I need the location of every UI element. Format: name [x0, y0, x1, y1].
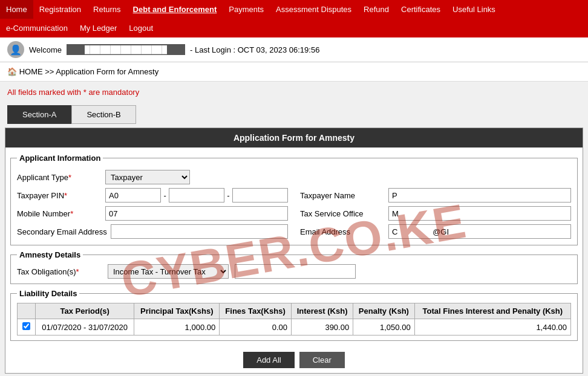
applicant-type-select[interactable]: Taxpayer Tax Agent Other	[105, 170, 190, 184]
col-total: Total Fines Interest and Penalty (Ksh)	[414, 303, 570, 319]
row-fines: 0.00	[220, 319, 292, 335]
applicant-section-label: Applicant Information	[17, 154, 103, 163]
action-buttons: Add All Clear	[5, 346, 583, 373]
nav-ecommunication[interactable]: e-Communication	[0, 19, 74, 37]
col-penalty: Penalty (Ksh)	[353, 303, 414, 319]
avatar: 👤	[7, 41, 24, 58]
main-content: CYBER.CO.KE Application Form for Amnesty…	[5, 128, 583, 374]
row-checkbox[interactable]	[22, 322, 30, 330]
welcome-label: Welcome	[29, 45, 62, 54]
tax-obligation-label: Tax Obligation(s)*	[17, 267, 102, 276]
breadcrumb: 🏠 HOME >> Application Form for Amnesty	[0, 62, 588, 82]
nav-refund[interactable]: Refund	[358, 0, 395, 19]
welcome-bar: 👤 Welcome ████████████████ - Last Login …	[0, 37, 588, 62]
pin-suffix-input[interactable]	[232, 188, 288, 203]
taxpayer-name-label: Taxpayer Name	[300, 191, 385, 200]
last-login: - Last Login : OCT 03, 2023 06:19:56	[190, 45, 319, 54]
row-checkbox-cell	[18, 319, 36, 335]
taxpayer-name-input[interactable]	[388, 188, 571, 203]
tax-service-office-input[interactable]	[388, 206, 571, 221]
col-check	[18, 303, 36, 319]
secondary-email-row: Secondary Email Address	[17, 224, 288, 239]
row-principal: 1,000.00	[134, 319, 220, 335]
mobile-number-label: Mobile Number*	[17, 209, 102, 218]
liability-table: Tax Period(s) Principal Tax(Kshs) Fines …	[17, 303, 571, 335]
nav-registration[interactable]: Registration	[33, 0, 87, 19]
taxpayer-name-row: Taxpayer Name	[300, 188, 571, 203]
pin-prefix-input[interactable]	[105, 188, 161, 203]
applicant-type-row: Applicant Type* Taxpayer Tax Agent Other	[17, 170, 288, 184]
breadcrumb-page: Application Form for Amnesty	[56, 67, 158, 76]
row-penalty: 1,050.00	[353, 319, 414, 335]
applicant-type-label: Applicant Type*	[17, 173, 102, 182]
mobile-number-row: Mobile Number*	[17, 206, 288, 221]
mandatory-note: All fields marked with * are mandatory	[0, 82, 588, 100]
amnesty-extra-input[interactable]	[235, 264, 356, 279]
pin-mid-input[interactable]	[169, 188, 224, 203]
col-fines: Fines Tax(Kshs)	[220, 303, 292, 319]
tax-service-office-row: Tax Service Office	[300, 206, 571, 221]
nav-payments[interactable]: Payments	[223, 0, 270, 19]
nav-debt-enforcement[interactable]: Debt and Enforcement	[127, 0, 223, 19]
nav-returns[interactable]: Returns	[87, 0, 127, 19]
pin-input-group: - -	[105, 188, 288, 203]
nav-my-ledger[interactable]: My Ledger	[74, 19, 123, 37]
applicant-form-grid: Applicant Type* Taxpayer Tax Agent Other…	[17, 170, 571, 239]
taxpayer-pin-label: Taxpayer PIN*	[17, 191, 102, 200]
row-period: 01/07/2020 - 31/07/2020	[36, 319, 134, 335]
applicant-type-row-right	[300, 170, 571, 184]
nav-logout[interactable]: Logout	[123, 19, 159, 37]
taxpayer-pin-row: Taxpayer PIN* - -	[17, 188, 288, 203]
row-interest: 390.00	[291, 319, 353, 335]
col-principal: Principal Tax(Kshs)	[134, 303, 220, 319]
email-address-input[interactable]	[388, 224, 571, 239]
add-all-button[interactable]: Add All	[243, 352, 294, 368]
nav-useful-links[interactable]: Useful Links	[446, 0, 501, 19]
nav-assessment-disputes[interactable]: Assessment Disputes	[270, 0, 358, 19]
email-address-label: Email Address	[300, 227, 385, 236]
secondary-email-input[interactable]	[111, 224, 288, 239]
tax-obligation-select[interactable]: Income Tax - Turnover Tax VAT PAYE	[108, 264, 229, 279]
liability-details-section: Liability Details Tax Period(s) Principa…	[10, 289, 578, 341]
clear-button[interactable]: Clear	[299, 352, 345, 368]
amnesty-row: Tax Obligation(s)* Income Tax - Turnover…	[17, 264, 571, 279]
row-total: 1,440.00	[414, 319, 570, 335]
table-row: 01/07/2020 - 31/07/2020 1,000.00 0.00 39…	[18, 319, 571, 335]
mobile-number-input[interactable]	[105, 206, 288, 221]
nav-row-2: e-Communication My Ledger Logout	[0, 19, 588, 37]
col-interest: Interest (Ksh)	[291, 303, 353, 319]
tab-section-b[interactable]: Section-B	[71, 105, 136, 124]
breadcrumb-home[interactable]: HOME	[19, 67, 43, 76]
secondary-email-label: Secondary Email Address	[17, 227, 107, 236]
nav-row-1: Home Registration Returns Debt and Enfor…	[0, 0, 588, 19]
pin-dash1: -	[163, 191, 166, 200]
applicant-information-section: Applicant Information Applicant Type* Ta…	[10, 154, 578, 245]
navigation: Home Registration Returns Debt and Enfor…	[0, 0, 588, 37]
tabs: Section-A Section-B	[7, 105, 581, 124]
tab-section-a[interactable]: Section-A	[7, 105, 71, 124]
welcome-username: ████████████████	[67, 44, 185, 55]
tax-service-office-label: Tax Service Office	[300, 209, 385, 218]
email-address-row: Email Address	[300, 224, 571, 239]
nav-home[interactable]: Home	[0, 0, 33, 19]
pin-dash2: -	[227, 191, 229, 200]
amnesty-section-label: Amnesty Details	[17, 250, 83, 259]
nav-certificates[interactable]: Certificates	[395, 0, 446, 19]
col-period: Tax Period(s)	[36, 303, 134, 319]
form-title: Application Form for Amnesty	[5, 128, 583, 147]
breadcrumb-separator: >>	[45, 67, 54, 76]
amnesty-details-section: Amnesty Details Tax Obligation(s)* Incom…	[10, 250, 578, 284]
liability-section-label: Liability Details	[17, 289, 79, 298]
